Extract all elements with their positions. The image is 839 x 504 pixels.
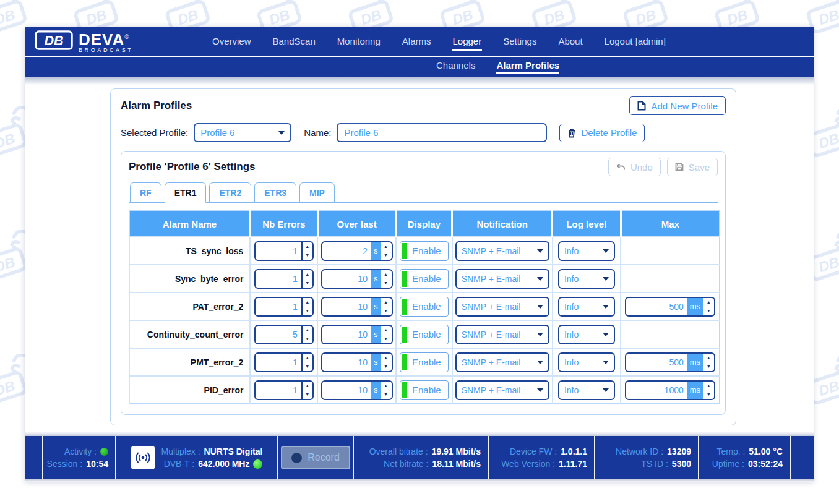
spinner-down-icon[interactable]: ▼	[381, 390, 392, 399]
tab-etr3[interactable]: ETR3	[254, 182, 296, 203]
spinner-up-icon[interactable]: ▲	[381, 242, 392, 251]
nb-errors-spinner[interactable]: 1▲▼	[254, 297, 314, 317]
nb-errors-spinner[interactable]: 1▲▼	[254, 241, 314, 261]
log-level-select[interactable]: Info	[558, 352, 615, 372]
spinner-down-icon[interactable]: ▼	[303, 307, 312, 315]
delete-profile-button[interactable]: Delete Profile	[559, 124, 645, 142]
log-level-select[interactable]: Info	[558, 325, 615, 344]
chevron-down-icon	[537, 305, 543, 309]
subnav-item-alarm-profiles[interactable]: Alarm Profiles	[496, 60, 559, 74]
max-spinner[interactable]: 500ms▲▼	[625, 352, 715, 372]
tab-etr2[interactable]: ETR2	[209, 182, 251, 203]
max-spinner[interactable]: 1000ms▲▼	[625, 380, 715, 400]
spinner-down-icon[interactable]: ▼	[303, 251, 312, 260]
notification-select[interactable]: SNMP + E-mail	[455, 269, 549, 289]
notification-select[interactable]: SNMP + E-mail	[455, 297, 549, 317]
nav-item-alarms[interactable]: Alarms	[402, 33, 432, 51]
add-new-profile-label: Add New Profile	[651, 101, 718, 111]
selected-profile-dropdown[interactable]: Profile 6	[194, 123, 291, 142]
status-bar: Activity : Session : 10:54	[25, 436, 814, 479]
spinner-value: 10	[322, 326, 372, 343]
log-level-select[interactable]: Info	[558, 297, 615, 317]
spinner-up-icon[interactable]: ▲	[381, 298, 392, 307]
multiplex-value: NURTS Digital	[204, 446, 263, 456]
nav-item-logout-admin[interactable]: Logout [admin]	[604, 33, 666, 51]
spinner-up-icon[interactable]: ▲	[381, 326, 392, 335]
save-button[interactable]: Save	[667, 158, 718, 176]
display-enable-button[interactable]: Enable	[400, 269, 449, 289]
spinner-down-icon[interactable]: ▼	[703, 362, 714, 371]
nb-errors-spinner[interactable]: 1▲▼	[254, 380, 314, 400]
over-last-spinner[interactable]: 10s▲▼	[321, 380, 393, 400]
net-bitrate-label: Net bitrate :	[384, 459, 428, 469]
log-level-select[interactable]: Info	[558, 269, 615, 289]
display-enable-button[interactable]: Enable	[400, 352, 449, 372]
notification-select[interactable]: SNMP + E-mail	[455, 380, 549, 400]
nb-errors-spinner[interactable]: 1▲▼	[254, 269, 314, 289]
nav-item-logger[interactable]: Logger	[452, 33, 482, 51]
over-last-spinner[interactable]: 2s▲▼	[321, 241, 393, 261]
add-new-profile-button[interactable]: Add New Profile	[629, 96, 726, 115]
nb-errors-spinner[interactable]: 5▲▼	[254, 325, 314, 344]
notification-select[interactable]: SNMP + E-mail	[455, 325, 549, 344]
display-enable-button[interactable]: Enable	[400, 380, 449, 400]
spinner-value: 1000	[626, 382, 687, 399]
spinner-down-icon[interactable]: ▼	[703, 390, 714, 399]
spinner-up-icon[interactable]: ▲	[381, 382, 392, 390]
log-level-select[interactable]: Info	[558, 380, 615, 400]
profile-name-input[interactable]	[337, 123, 547, 142]
log-level-select[interactable]: Info	[558, 241, 615, 261]
enable-label: Enable	[412, 357, 441, 367]
nav-item-bandscan[interactable]: BandScan	[272, 33, 316, 51]
delete-profile-label: Delete Profile	[581, 127, 637, 138]
spinner-down-icon[interactable]: ▼	[703, 307, 714, 315]
over-last-spinner[interactable]: 10s▲▼	[321, 269, 393, 289]
tab-mip[interactable]: MIP	[299, 182, 335, 203]
spinner-up-icon[interactable]: ▲	[303, 298, 312, 307]
nav-item-about[interactable]: About	[557, 33, 583, 51]
subnav-item-channels[interactable]: Channels	[436, 60, 475, 74]
overall-bitrate-label: Overall bitrate :	[369, 446, 428, 456]
unit-badge: s	[371, 298, 381, 315]
spinner-down-icon[interactable]: ▼	[381, 279, 392, 288]
undo-button[interactable]: Undo	[608, 158, 661, 176]
over-last-spinner[interactable]: 10s▲▼	[321, 297, 393, 317]
spinner-up-icon[interactable]: ▲	[381, 354, 392, 362]
record-button[interactable]: Record	[281, 446, 350, 469]
notification-select[interactable]: SNMP + E-mail	[455, 352, 549, 372]
spinner-down-icon[interactable]: ▼	[381, 251, 392, 260]
notification-select[interactable]: SNMP + E-mail	[455, 241, 549, 261]
max-spinner[interactable]: 500ms▲▼	[625, 297, 715, 317]
db-logo-icon: DB	[35, 30, 73, 51]
display-enable-button[interactable]: Enable	[400, 297, 449, 317]
alarm-profiles-panel: Alarm Profiles Add New Profile Selected …	[110, 88, 736, 425]
spinner-up-icon[interactable]: ▲	[303, 270, 312, 279]
spinner-down-icon[interactable]: ▼	[381, 307, 392, 315]
nav-item-settings[interactable]: Settings	[502, 33, 537, 51]
spinner-down-icon[interactable]: ▼	[303, 362, 312, 371]
spinner-up-icon[interactable]: ▲	[703, 382, 714, 390]
brand-name: DEVA®	[79, 30, 133, 47]
brand-text: DEVA® BROADCAST	[79, 30, 133, 54]
spinner-up-icon[interactable]: ▲	[381, 270, 392, 279]
spinner-up-icon[interactable]: ▲	[303, 382, 312, 390]
nav-item-monitoring[interactable]: Monitoring	[337, 33, 381, 51]
spinner-down-icon[interactable]: ▼	[303, 390, 312, 399]
spinner-up-icon[interactable]: ▲	[703, 298, 714, 307]
nb-errors-spinner[interactable]: 1▲▼	[254, 352, 314, 372]
tab-etr1[interactable]: ETR1	[165, 182, 207, 203]
tab-rf[interactable]: RF	[130, 182, 161, 203]
over-last-spinner[interactable]: 10s▲▼	[321, 325, 393, 344]
spinner-down-icon[interactable]: ▼	[303, 335, 312, 343]
nav-item-overview[interactable]: Overview	[212, 33, 252, 51]
spinner-up-icon[interactable]: ▲	[303, 354, 312, 362]
spinner-up-icon[interactable]: ▲	[303, 242, 312, 251]
display-enable-button[interactable]: Enable	[400, 325, 449, 344]
display-enable-button[interactable]: Enable	[400, 241, 449, 261]
over-last-spinner[interactable]: 10s▲▼	[321, 352, 393, 372]
spinner-down-icon[interactable]: ▼	[381, 335, 392, 343]
spinner-down-icon[interactable]: ▼	[381, 362, 392, 371]
spinner-up-icon[interactable]: ▲	[703, 354, 714, 362]
spinner-down-icon[interactable]: ▼	[303, 279, 312, 288]
spinner-up-icon[interactable]: ▲	[303, 326, 312, 335]
